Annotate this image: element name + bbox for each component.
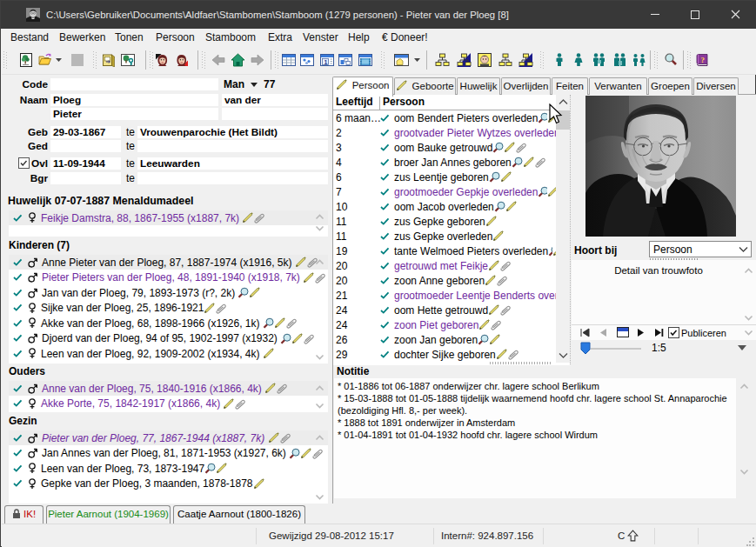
svg-text:?: ? xyxy=(701,56,706,64)
svg-text:1: 1 xyxy=(324,59,328,65)
